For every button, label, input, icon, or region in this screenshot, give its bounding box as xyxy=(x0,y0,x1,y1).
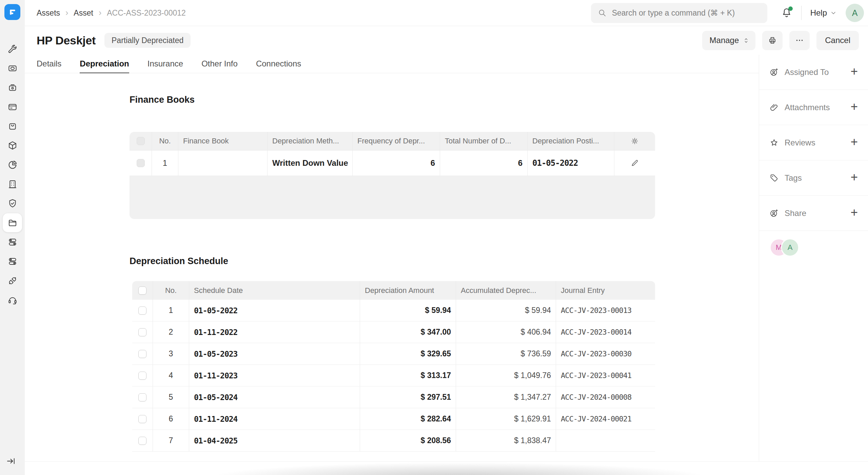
journal-entry-cell: ACC-JV-2024-00008 xyxy=(556,387,655,408)
edit-pencil-icon[interactable] xyxy=(630,159,639,167)
add-review-button[interactable]: + xyxy=(850,136,858,148)
attachments-section[interactable]: Attachments + xyxy=(759,90,868,125)
erpnext-logo[interactable] xyxy=(4,4,20,20)
schedule-row[interactable]: 1 01-05-2022 $ 59.94 $ 59.94 ACC-JV-2023… xyxy=(132,300,655,321)
schedule-date-cell: 01-11-2023 xyxy=(189,365,360,386)
column-header-journal-entry: Journal Entry xyxy=(556,281,655,300)
chevron-right-icon: › xyxy=(99,8,101,18)
notifications-button[interactable] xyxy=(781,7,792,19)
select-all-checkbox[interactable] xyxy=(137,137,145,145)
gear-icon[interactable] xyxy=(630,137,639,145)
integrations-icon[interactable] xyxy=(3,271,22,290)
schedule-row[interactable]: 3 01-05-2023 $ 329.65 $ 736.59 ACC-JV-20… xyxy=(132,343,655,365)
search-bar[interactable] xyxy=(591,3,767,23)
schedule-row[interactable]: 4 01-11-2023 $ 313.17 $ 1,049.76 ACC-JV-… xyxy=(132,365,655,387)
paperclip-icon xyxy=(769,103,779,112)
schedule-row[interactable]: 7 01-04-2025 $ 208.56 $ 1,838.47 xyxy=(132,430,655,452)
main-content: Details Depreciation Insurance Other Inf… xyxy=(25,55,759,475)
select-all-checkbox[interactable] xyxy=(138,286,146,295)
shopping-bag-icon[interactable] xyxy=(3,117,22,136)
user-plus-icon xyxy=(769,209,779,218)
row-checkbox[interactable] xyxy=(137,159,145,167)
tab-depreciation[interactable]: Depreciation xyxy=(80,55,129,73)
assigned-to-section[interactable]: Assigned To + xyxy=(759,55,868,90)
breadcrumb-asset[interactable]: Asset xyxy=(74,8,93,18)
expand-sidebar-icon[interactable] xyxy=(6,456,16,466)
user-plus-icon xyxy=(769,67,779,77)
package-icon[interactable] xyxy=(3,136,22,155)
row-checkbox[interactable] xyxy=(138,350,146,358)
help-menu[interactable]: Help xyxy=(810,8,837,18)
pie-chart-icon[interactable] xyxy=(3,155,22,174)
ellipsis-icon xyxy=(795,36,804,45)
manage-label: Manage xyxy=(710,36,739,45)
bottom-scroll-shadow xyxy=(146,463,773,475)
credit-card-icon[interactable] xyxy=(3,97,22,116)
tab-details[interactable]: Details xyxy=(37,55,61,73)
column-header-posting-date: Depreciation Posti... xyxy=(528,132,614,150)
finance-books-row[interactable]: 1 Written Down Value 6 6 01-05-2022 xyxy=(130,150,655,176)
frequency-cell: 6 xyxy=(353,151,440,176)
row-checkbox[interactable] xyxy=(138,393,146,401)
row-checkbox[interactable] xyxy=(138,328,146,336)
depreciation-method-cell: Written Down Value xyxy=(268,151,353,176)
attachments-label: Attachments xyxy=(785,103,830,112)
row-checkbox[interactable] xyxy=(138,415,146,423)
notification-dot xyxy=(788,6,793,11)
tags-label: Tags xyxy=(785,173,802,183)
manage-button[interactable]: Manage xyxy=(702,31,756,50)
accumulated-cell: $ 736.59 xyxy=(456,343,556,364)
schedule-row[interactable]: 5 01-05-2024 $ 297.51 $ 1,347.27 ACC-JV-… xyxy=(132,387,655,408)
cancel-button[interactable]: Cancel xyxy=(816,31,859,50)
row-number: 1 xyxy=(153,300,189,321)
share-section[interactable]: Share + xyxy=(759,196,868,231)
shield-check-icon[interactable] xyxy=(3,194,22,213)
tab-insurance[interactable]: Insurance xyxy=(147,55,183,73)
sort-chevrons-icon xyxy=(743,37,749,44)
row-number: 1 xyxy=(152,151,178,176)
row-number: 2 xyxy=(153,321,189,343)
journal-entry-cell xyxy=(556,430,655,451)
add-share-button[interactable]: + xyxy=(850,206,858,219)
tags-section[interactable]: Tags + xyxy=(759,160,868,196)
schedule-row[interactable]: 2 01-11-2022 $ 347.00 $ 406.94 ACC-JV-20… xyxy=(132,321,655,343)
right-sidebar: Assigned To + Attachments + Reviews + Ta… xyxy=(759,55,868,461)
cash-register-icon[interactable] xyxy=(3,78,22,97)
tab-connections[interactable]: Connections xyxy=(256,55,301,73)
more-options-button[interactable] xyxy=(789,31,810,50)
journal-entry-cell: ACC-JV-2023-00014 xyxy=(556,321,655,343)
user-avatar[interactable]: A xyxy=(846,4,864,22)
search-input[interactable] xyxy=(611,8,761,18)
schedule-row[interactable]: 6 01-11-2024 $ 282.64 $ 1,629.91 ACC-JV-… xyxy=(132,408,655,430)
depreciation-amount-cell: $ 208.56 xyxy=(360,430,456,451)
row-checkbox[interactable] xyxy=(138,306,146,315)
breadcrumb-current: ACC-ASS-2023-00012 xyxy=(107,8,186,18)
support-icon[interactable] xyxy=(3,291,22,310)
share-label: Share xyxy=(785,209,806,218)
row-checkbox[interactable] xyxy=(138,372,146,380)
journal-entry-cell: ACC-JV-2023-00013 xyxy=(556,300,655,321)
payments-icon[interactable] xyxy=(3,59,22,78)
column-header-depreciation-amount: Depreciation Amount xyxy=(360,281,456,300)
rail-nav xyxy=(3,39,22,310)
add-assignment-button[interactable]: + xyxy=(850,65,858,78)
chevron-down-icon xyxy=(830,9,837,16)
breadcrumb-assets[interactable]: Assets xyxy=(37,8,60,18)
tab-other-info[interactable]: Other Info xyxy=(201,55,238,73)
files-icon[interactable] xyxy=(3,213,22,232)
accumulated-cell: $ 59.94 xyxy=(456,300,556,321)
depreciation-amount-cell: $ 347.00 xyxy=(360,321,456,343)
topbar-right: Help A xyxy=(591,3,864,23)
column-header-accumulated: Accumulated Deprec... xyxy=(456,281,556,300)
buildings-icon[interactable] xyxy=(3,175,22,194)
add-tag-button[interactable]: + xyxy=(850,171,858,183)
toggles-alt-icon[interactable] xyxy=(3,252,22,271)
avatar[interactable]: A xyxy=(782,239,798,256)
depreciation-amount-cell: $ 329.65 xyxy=(360,343,456,364)
add-attachment-button[interactable]: + xyxy=(850,100,858,113)
tools-icon[interactable] xyxy=(3,39,22,58)
toggles-icon[interactable] xyxy=(3,233,22,252)
row-checkbox[interactable] xyxy=(138,437,146,445)
print-button[interactable] xyxy=(762,31,783,50)
reviews-section[interactable]: Reviews + xyxy=(759,125,868,160)
